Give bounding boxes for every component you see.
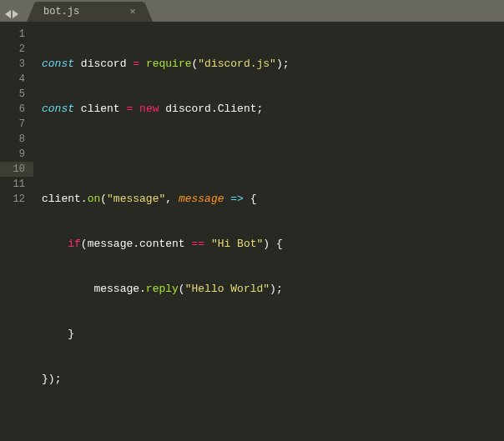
line-number: 12 bbox=[0, 192, 25, 207]
line-number: 9 bbox=[0, 147, 25, 162]
code-line: message.reply("Hello World"); bbox=[42, 282, 504, 297]
line-number: 6 bbox=[0, 102, 25, 117]
code-line: }); bbox=[42, 372, 504, 387]
code-line: if(message.content == "Hi Bot") { bbox=[42, 237, 504, 252]
line-number: 8 bbox=[0, 132, 25, 147]
line-number: 10 bbox=[0, 162, 33, 177]
gutter: 123456789101112 bbox=[0, 22, 33, 441]
nav-arrows bbox=[0, 10, 23, 22]
code-line: const client = new discord.Client; bbox=[42, 102, 504, 117]
code-line bbox=[42, 417, 504, 432]
code-line: const discord = require("discord.js"); bbox=[42, 57, 504, 72]
code-line: client.on("message", message => { bbox=[42, 192, 504, 207]
line-number: 5 bbox=[0, 87, 25, 102]
forward-icon[interactable] bbox=[13, 10, 18, 18]
line-number: 4 bbox=[0, 72, 25, 87]
code-area[interactable]: const discord = require("discord.js"); c… bbox=[33, 22, 504, 441]
line-number: 3 bbox=[0, 57, 25, 72]
close-icon[interactable]: × bbox=[129, 7, 136, 18]
tab-botjs[interactable]: bot.js × bbox=[35, 2, 144, 22]
code-line: } bbox=[42, 327, 504, 342]
code-line bbox=[42, 147, 504, 162]
back-icon[interactable] bbox=[5, 10, 11, 18]
line-number: 11 bbox=[0, 177, 25, 192]
tab-title: bot.js bbox=[43, 6, 79, 18]
line-number: 2 bbox=[0, 42, 25, 57]
line-number: 1 bbox=[0, 27, 25, 42]
editor[interactable]: 123456789101112 const discord = require(… bbox=[0, 22, 504, 441]
line-number: 7 bbox=[0, 117, 25, 132]
titlebar: bot.js × bbox=[0, 0, 504, 22]
